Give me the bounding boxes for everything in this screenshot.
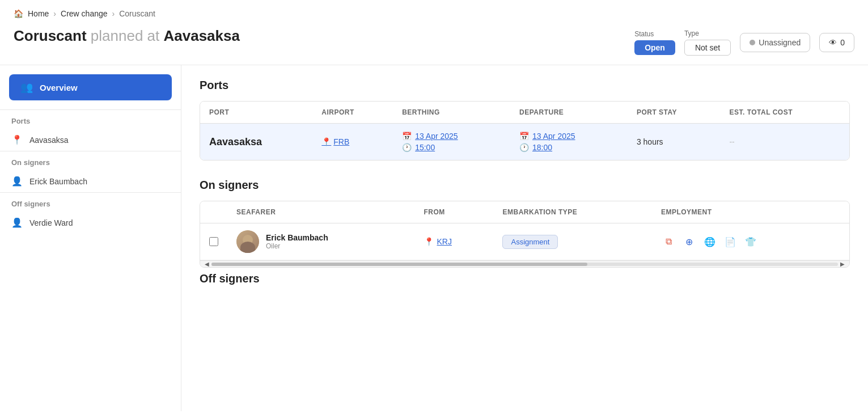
scroll-left-arrow[interactable]: ◀ (202, 261, 211, 267)
assignment-badge: Assignment (502, 235, 558, 249)
scroll-right-arrow[interactable]: ▶ (838, 261, 847, 267)
breadcrumb-sep-2: › (112, 9, 115, 18)
page-title: Coruscant planned at Aavasaksa (14, 27, 240, 45)
berthing-date[interactable]: 13 Apr 2025 (415, 132, 458, 141)
main-content: Ports PORT AIRPORT BERTHING DEPARTURE PO… (181, 65, 868, 411)
sidebar: 👥 Overview Ports 📍 Aavasaksa On signers … (0, 65, 181, 411)
eye-icon: 👁 (829, 38, 837, 47)
location-icon: 📍 (321, 137, 331, 146)
ports-section-label: Ports (0, 109, 181, 129)
port-name-cell: Aavasaksa (200, 124, 312, 160)
breadcrumb-home[interactable]: Home (28, 9, 49, 18)
seafarer-role: Oiler (266, 242, 328, 250)
berthing-time[interactable]: 15:00 (415, 143, 435, 152)
sidebar-port-name: Aavasaksa (29, 136, 68, 145)
departure-date[interactable]: 13 Apr 2025 (532, 132, 575, 141)
home-icon: 🏠 (14, 9, 23, 18)
on-signers-section-label: On signers (0, 151, 181, 170)
sidebar-item-erick[interactable]: 👤 Erick Baumbach (0, 170, 181, 192)
col-port-stay: PORT STAY (628, 102, 721, 124)
embarkation-cell: Assignment (493, 223, 651, 260)
breadcrumb-sep-1: › (53, 9, 56, 18)
from-link[interactable]: KRJ (437, 237, 452, 246)
departure-cell: 📅 13 Apr 2025 🕐 18:00 (510, 124, 628, 160)
sidebar-off-signer-name: Verdie Ward (29, 218, 73, 227)
avatar (236, 230, 259, 253)
est-cost-cell: -- (720, 124, 849, 160)
port-name: Aavasaksa (209, 136, 262, 147)
seafarer-info: Erick Baumbach Oiler (266, 233, 328, 250)
departure-cal-icon: 📅 (519, 132, 529, 141)
sidebar-item-aavasaksa[interactable]: 📍 Aavasaksa (0, 129, 181, 151)
document-icon[interactable]: 📄 (722, 234, 738, 250)
signers-table: SEAFARER FROM EMBARKATION TYPE EMPLOYMEN… (200, 201, 849, 260)
ports-table-container: PORT AIRPORT BERTHING DEPARTURE PORT STA… (200, 101, 850, 160)
unassigned-badge[interactable]: Unassigned (740, 33, 810, 52)
port-stay-cell: 3 hours (628, 124, 721, 160)
action-icons: ⧉ ⊕ 🌐 📄 👕 (661, 234, 840, 250)
breadcrumb: 🏠 Home › Crew change › Coruscant (0, 0, 868, 23)
eye-badge[interactable]: 👁 0 (819, 33, 854, 52)
signers-table-container: SEAFARER FROM EMBARKATION TYPE EMPLOYMEN… (200, 201, 850, 268)
col-checkbox (200, 201, 227, 223)
scroll-thumb (211, 263, 587, 266)
title-main: Coruscant (14, 27, 87, 44)
main-layout: 👥 Overview Ports 📍 Aavasaksa On signers … (0, 65, 868, 411)
departure-clock-icon: 🕐 (519, 143, 529, 152)
sidebar-on-signer-name: Erick Baumbach (29, 177, 87, 186)
eye-count: 0 (840, 38, 845, 47)
seafarer-cell: Erick Baumbach Oiler (227, 223, 415, 260)
col-departure: DEPARTURE (510, 102, 628, 124)
on-signers-heading: On signers (200, 179, 850, 192)
sidebar-item-verdie[interactable]: 👤 Verdie Ward (0, 212, 181, 234)
from-cell: 📍 KRJ (415, 223, 494, 260)
col-port: PORT (200, 102, 312, 124)
add-circle-icon[interactable]: ⊕ (681, 234, 697, 250)
people-icon: 👥 (20, 81, 33, 94)
location-pin-icon: 📍 (11, 134, 23, 145)
ports-table: PORT AIRPORT BERTHING DEPARTURE PORT STA… (200, 102, 849, 160)
breadcrumb-crew-change[interactable]: Crew change (61, 9, 108, 18)
type-group: Type Not set (684, 29, 731, 56)
checkbox-cell (200, 223, 227, 260)
col-seafarer: SEAFARER (227, 201, 415, 223)
col-est-cost: EST. TOTAL COST (720, 102, 849, 124)
col-embarkation: EMBARKATION TYPE (493, 201, 651, 223)
type-badge: Not set (684, 40, 731, 56)
overview-label: Overview (40, 83, 78, 92)
page-header: Coruscant planned at Aavasaksa Status Op… (0, 23, 868, 65)
airport-cell: 📍 FRB (312, 124, 393, 160)
status-label: Status (634, 30, 654, 38)
airport-link[interactable]: 📍 FRB (321, 137, 384, 146)
copy-icon[interactable]: ⧉ (661, 234, 677, 250)
scroll-area[interactable]: ◀ ▶ (200, 260, 849, 267)
departure-time[interactable]: 18:00 (532, 143, 552, 152)
breadcrumb-current: Coruscant (119, 9, 155, 18)
unassigned-dot-icon (750, 40, 755, 45)
unassigned-label: Unassigned (759, 38, 801, 47)
airport-code: FRB (333, 137, 349, 146)
header-right: Status Open Type Not set Unassigned 👁 0 (634, 29, 854, 56)
shirt-icon[interactable]: 👕 (743, 234, 759, 250)
title-location: Aavasaksa (163, 27, 239, 44)
row-checkbox[interactable] (209, 237, 218, 246)
employment-cell: ⧉ ⊕ 🌐 📄 👕 (652, 223, 849, 260)
col-employment: EMPLOYMENT (652, 201, 849, 223)
avatar-image (236, 230, 259, 253)
berthing-clock-icon: 🕐 (402, 143, 412, 152)
col-airport: AIRPORT (312, 102, 393, 124)
scroll-track (211, 263, 838, 266)
globe-icon[interactable]: 🌐 (702, 234, 718, 250)
status-badge: Open (634, 40, 675, 55)
title-sub: planned at (87, 27, 164, 44)
berthing-cal-icon: 📅 (402, 132, 412, 141)
status-group: Status Open (634, 30, 675, 55)
off-signers-section-label: Off signers (0, 192, 181, 212)
overview-button[interactable]: 👥 Overview (9, 74, 172, 100)
from-location-icon: 📍 (424, 237, 434, 246)
berthing-cell: 📅 13 Apr 2025 🕐 15:00 (393, 124, 510, 160)
col-from: FROM (415, 201, 494, 223)
seafarer-name: Erick Baumbach (266, 233, 328, 242)
type-label: Type (684, 29, 699, 37)
off-signers-heading: Off signers (200, 272, 850, 285)
